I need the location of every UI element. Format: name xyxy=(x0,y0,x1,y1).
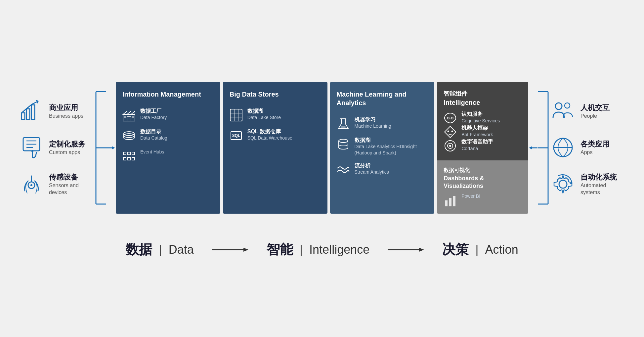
svg-point-42 xyxy=(447,117,449,119)
ml-icon xyxy=(337,117,350,130)
viz-title: 数据可视化 Dashboards & Visualizations xyxy=(444,167,522,190)
big-data-col: Big Data Stores 数据湖 Data Lake Store xyxy=(223,82,327,214)
sensor-icon xyxy=(20,173,43,196)
datalake-text: 数据湖 Data Lake Store xyxy=(247,108,281,121)
hadoop-item: 数据湖 Data Lake Analytics HDInsight (Hadoo… xyxy=(337,137,428,156)
info-management-title: Information Management xyxy=(122,90,214,99)
svg-point-46 xyxy=(448,130,449,132)
svg-point-47 xyxy=(451,130,453,132)
svg-marker-16 xyxy=(112,146,115,149)
bottom-data: 数据 | Data xyxy=(126,240,193,259)
bottom-data-zh: 数据 xyxy=(126,240,152,259)
svg-rect-51 xyxy=(445,200,448,206)
eventhub-icon xyxy=(122,149,136,163)
stream-text: 流分析 Stream Analytics xyxy=(355,162,389,175)
bottom-action-zh: 决策 xyxy=(442,240,469,259)
bottom-action-sep: | xyxy=(475,243,478,257)
right-connector xyxy=(528,78,551,217)
bottom-arrow1 xyxy=(210,245,250,255)
automated-icon xyxy=(551,173,575,196)
svg-rect-29 xyxy=(123,157,126,160)
stream-item: 流分析 Stream Analytics xyxy=(337,162,428,176)
svg-marker-20 xyxy=(131,111,135,114)
source-sensor-zh: 传感设备 xyxy=(49,172,93,182)
intelligence-col: 智能组件 Intelligence 认知服务 Cogni xyxy=(437,82,528,214)
datalake-icon xyxy=(230,108,243,122)
svg-rect-53 xyxy=(453,196,455,206)
svg-rect-22 xyxy=(124,116,126,118)
bot-icon xyxy=(444,125,457,139)
event-hubs-text: Event Hubs xyxy=(140,149,164,155)
data-catalog-text: 数据目录 Data Catalog xyxy=(140,128,167,141)
chart-icon xyxy=(20,100,43,123)
data-factory-text: 数据工厂 Data Factory xyxy=(140,108,167,121)
source-sensor-en: Sensors and devices xyxy=(49,182,93,196)
bottom-intel-en: Intelligence xyxy=(309,243,369,257)
people-icon xyxy=(551,100,575,123)
svg-rect-1 xyxy=(26,109,30,119)
target-people-text: 人机交互 People xyxy=(580,103,610,120)
source-custom-apps: 定制化服务 Custom apps xyxy=(20,136,93,159)
bottom-intel-zh: 智能 xyxy=(267,240,293,259)
stream-icon xyxy=(337,163,350,176)
sql-dw-text: SQL 数据仓库 SQL Data Warehouse xyxy=(247,128,292,141)
event-hubs-item: Event Hubs xyxy=(122,149,214,163)
ml-item: 机器学习 Machine Learning xyxy=(337,116,428,130)
bottom-action: 决策 | Action xyxy=(442,240,518,259)
source-business-zh: 商业应用 xyxy=(49,103,83,113)
svg-rect-26 xyxy=(123,152,126,155)
svg-marker-59 xyxy=(529,146,532,149)
intelligence-top: 智能组件 Intelligence 认知服务 Cogni xyxy=(437,82,528,160)
right-targets: 人机交互 People 各类应用 Apps xyxy=(551,100,624,196)
ml-text: 机器学习 Machine Learning xyxy=(355,116,391,129)
source-sensors: 传感设备 Sensors and devices xyxy=(20,172,93,196)
cognitive-text: 认知服务 Cognitive Services xyxy=(461,111,500,124)
apps-icon xyxy=(551,136,575,159)
target-automated: 自动化系统 Automated systems xyxy=(551,172,624,196)
hadoop-icon xyxy=(337,138,350,151)
left-connector xyxy=(93,78,116,217)
bottom-action-en: Action xyxy=(485,243,518,257)
svg-rect-23 xyxy=(132,116,134,118)
data-catalog-item: 数据目录 Data Catalog xyxy=(122,128,214,142)
source-custom-zh: 定制化服务 xyxy=(49,139,85,149)
svg-point-64 xyxy=(559,180,567,188)
svg-point-61 xyxy=(565,103,570,108)
factory-icon xyxy=(122,108,136,122)
bottom-data-sep: | xyxy=(159,243,162,257)
sql-icon: SQL xyxy=(230,129,243,142)
intelligence-bottom: 数据可视化 Dashboards & Visualizations Power … xyxy=(437,160,528,214)
svg-point-60 xyxy=(555,103,562,109)
svg-point-10 xyxy=(30,184,32,186)
svg-rect-27 xyxy=(128,152,130,155)
source-sensor-text: 传感设备 Sensors and devices xyxy=(49,172,93,196)
sql-dw-item: SQL SQL 数据仓库 SQL Data Warehouse xyxy=(230,128,321,142)
datalake-item: 数据湖 Data Lake Store xyxy=(230,108,321,122)
main-diagram: 商业应用 Business apps 定制化服务 Custom xyxy=(20,78,624,217)
svg-rect-2 xyxy=(31,105,35,119)
ml-col: Machine Learning and Analytics 机器学习 Mach… xyxy=(330,82,435,214)
svg-marker-67 xyxy=(243,248,248,252)
cortana-icon xyxy=(444,139,457,152)
bottom-intelligence: 智能 | Intelligence xyxy=(267,240,370,259)
bottom-bar: 数据 | Data 智能 | Intelligence 决策 | Action xyxy=(20,240,624,259)
touch-icon xyxy=(20,136,43,159)
target-apps-text: 各类应用 Apps xyxy=(580,139,610,156)
cortana-item: 数字语音助手 Cortana xyxy=(444,139,522,152)
svg-point-41 xyxy=(339,139,348,143)
svg-marker-18 xyxy=(123,111,127,114)
bottom-data-en: Data xyxy=(169,243,194,257)
bottom-intel-sep: | xyxy=(300,243,303,257)
source-custom-en: Custom apps xyxy=(49,149,85,156)
hadoop-text: 数据湖 Data Lake Analytics HDInsight (Hadoo… xyxy=(355,137,428,156)
bot-text: 机器人框架 Bot Framework xyxy=(461,125,493,138)
svg-point-50 xyxy=(449,145,451,147)
intelligence-title: 智能组件 Intelligence xyxy=(444,90,522,107)
powerbi-text: Power BI xyxy=(461,193,480,199)
svg-point-43 xyxy=(451,117,453,119)
svg-point-7 xyxy=(31,150,33,152)
bot-item: 机器人框架 Bot Framework xyxy=(444,125,522,139)
target-automated-text: 自动化系统 Automated systems xyxy=(580,172,624,196)
svg-marker-69 xyxy=(419,248,424,252)
bottom-arrow2 xyxy=(386,245,426,255)
